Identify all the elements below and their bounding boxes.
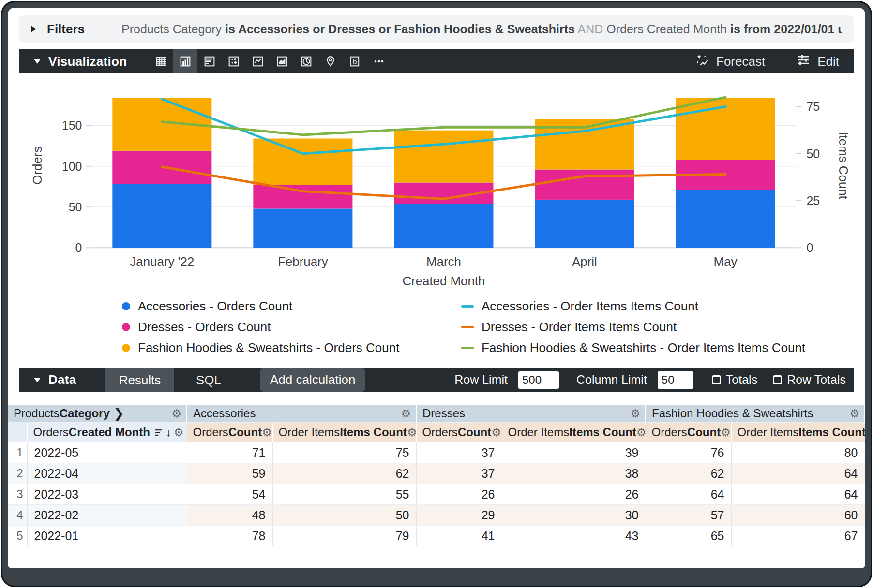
- cell-value[interactable]: 60: [731, 505, 865, 526]
- header-group-accessories[interactable]: Accessories⚙: [187, 405, 416, 423]
- data-collapse-icon[interactable]: [34, 378, 41, 382]
- combo-chart[interactable]: 0501001500255075January '22FebruaryMarch…: [19, 74, 854, 296]
- cell-value[interactable]: 62: [272, 463, 416, 484]
- legend-label: Dresses - Orders Count: [138, 320, 271, 335]
- area-chart-icon[interactable]: [270, 49, 294, 74]
- row-limit-input[interactable]: [518, 371, 559, 389]
- more-viz-types-icon[interactable]: [367, 49, 391, 74]
- header-accessories-orders-count[interactable]: Orders Count⚙: [187, 423, 272, 442]
- table-row: 5 2022-01 78 79 41 43 65 67: [8, 526, 865, 546]
- cell-value[interactable]: 64: [646, 484, 731, 505]
- chevron-right-icon: ❯: [114, 406, 124, 421]
- cell-value[interactable]: 55: [272, 484, 416, 505]
- cell-value[interactable]: 57: [646, 505, 731, 526]
- line-chart-icon[interactable]: [246, 49, 270, 74]
- gear-icon[interactable]: ⚙: [262, 427, 272, 438]
- gear-icon[interactable]: ⚙: [491, 427, 501, 438]
- legend-item[interactable]: Dresses - Order Items Items Count: [461, 320, 854, 335]
- cell-value[interactable]: 65: [646, 526, 731, 546]
- single-value-icon[interactable]: 6: [343, 49, 367, 74]
- edit-button[interactable]: Edit: [796, 53, 839, 71]
- cell-value[interactable]: 67: [731, 526, 865, 546]
- pie-chart-icon[interactable]: [294, 49, 318, 74]
- filter-summary: Products Category is Accessories or Dres…: [121, 22, 842, 36]
- cell-value[interactable]: 30: [502, 505, 646, 526]
- cell-value[interactable]: 78: [187, 526, 272, 546]
- cell-month[interactable]: 2022-01: [27, 526, 187, 546]
- results-table: Products Category❯⚙ Accessories⚙ Dresses…: [8, 405, 865, 547]
- cell-value[interactable]: 76: [646, 442, 731, 463]
- cell-value[interactable]: 41: [416, 526, 502, 546]
- cell-value[interactable]: 29: [416, 505, 502, 526]
- gear-icon[interactable]: ⚙: [721, 427, 731, 438]
- tab-sql[interactable]: SQL: [174, 368, 243, 392]
- cell-month[interactable]: 2022-02: [27, 505, 187, 526]
- header-orders-created-month[interactable]: Orders Created Month ↓ ⚙: [27, 423, 187, 442]
- header-group-dresses[interactable]: Dresses⚙: [416, 405, 646, 423]
- column-limit-input[interactable]: [658, 371, 693, 389]
- cell-value[interactable]: 50: [272, 505, 416, 526]
- header-fashion-items-count[interactable]: Order Items Items Count⚙: [731, 423, 865, 442]
- cell-value[interactable]: 79: [272, 526, 416, 546]
- legend-item[interactable]: Fashion Hoodies & Sweatshirts - Orders C…: [122, 340, 403, 355]
- table-chart-icon[interactable]: [149, 49, 173, 74]
- filters-expand-icon[interactable]: [31, 26, 36, 32]
- legend-item[interactable]: Fashion Hoodies & Sweatshirts - Order It…: [461, 340, 854, 355]
- cell-value[interactable]: 37: [416, 463, 502, 484]
- legend-item[interactable]: Accessories - Orders Count: [122, 299, 403, 314]
- cell-value[interactable]: 39: [502, 442, 646, 463]
- add-calculation-button[interactable]: Add calculation: [260, 368, 365, 392]
- visualization-title: Visualization: [48, 54, 127, 69]
- header-accessories-items-count[interactable]: Order Items Items Count⚙: [272, 423, 416, 442]
- svg-text:February: February: [278, 255, 328, 268]
- cell-value[interactable]: 64: [731, 463, 865, 484]
- cell-value[interactable]: 26: [416, 484, 502, 505]
- tab-results[interactable]: Results: [105, 368, 174, 392]
- legend-swatch-dresses-items: [461, 326, 474, 328]
- cell-value[interactable]: 43: [502, 526, 646, 546]
- cell-month[interactable]: 2022-04: [27, 463, 187, 484]
- legend-item[interactable]: Dresses - Orders Count: [122, 320, 403, 335]
- cell-value[interactable]: 80: [731, 442, 865, 463]
- header-products-category[interactable]: Products Category❯⚙: [8, 405, 187, 423]
- visualization-collapse-icon[interactable]: [34, 59, 41, 64]
- legend-item[interactable]: Accessories - Order Items Items Count: [461, 299, 854, 314]
- row-totals-checkbox[interactable]: [773, 375, 782, 384]
- totals-checkbox[interactable]: [712, 375, 721, 384]
- cell-value[interactable]: 37: [416, 442, 502, 463]
- gear-icon[interactable]: ⚙: [401, 408, 411, 419]
- cell-value[interactable]: 54: [187, 484, 272, 505]
- filters-bar[interactable]: Filters Products Category is Accessories…: [19, 15, 854, 43]
- cell-value[interactable]: 48: [187, 505, 272, 526]
- forecast-button[interactable]: Forecast: [695, 53, 765, 71]
- table-row: 2 2022-04 59 62 37 38 62 64: [8, 463, 865, 484]
- table-row: 4 2022-02 48 50 29 30 57 60: [8, 505, 865, 526]
- column-chart-icon[interactable]: [173, 49, 197, 74]
- header-group-fashion[interactable]: Fashion Hoodies & Sweatshirts⚙: [646, 405, 865, 423]
- map-pin-icon[interactable]: [318, 49, 343, 74]
- header-fashion-orders-count[interactable]: Orders Count⚙: [646, 423, 731, 442]
- cell-month[interactable]: 2022-03: [27, 484, 187, 505]
- filter-value-2: is from 2022/01/01 until 2022/…: [730, 22, 842, 36]
- gear-icon[interactable]: ⚙: [849, 408, 859, 419]
- scatter-chart-icon[interactable]: [222, 49, 246, 74]
- cell-value[interactable]: 38: [502, 463, 646, 484]
- cell-value[interactable]: 62: [646, 463, 731, 484]
- cell-value[interactable]: 64: [731, 484, 865, 505]
- gear-icon[interactable]: ⚙: [636, 427, 646, 438]
- bar-chart-icon[interactable]: [197, 49, 222, 74]
- row-limit-label: Row Limit: [454, 373, 508, 387]
- gear-icon[interactable]: ⚙: [174, 427, 184, 438]
- chart-area[interactable]: 0501001500255075January '22FebruaryMarch…: [19, 74, 854, 296]
- forecast-sparkle-icon: [695, 53, 709, 71]
- header-dresses-orders-count[interactable]: Orders Count⚙: [416, 423, 502, 442]
- cell-value[interactable]: 26: [502, 484, 646, 505]
- gear-icon[interactable]: ⚙: [171, 408, 181, 419]
- cell-value[interactable]: 71: [187, 442, 272, 463]
- header-dresses-items-count[interactable]: Order Items Items Count⚙: [502, 423, 646, 442]
- gear-icon[interactable]: ⚙: [630, 408, 640, 419]
- cell-value[interactable]: 59: [187, 463, 272, 484]
- gear-icon[interactable]: ⚙: [407, 427, 416, 438]
- cell-value[interactable]: 75: [272, 442, 416, 463]
- cell-month[interactable]: 2022-05: [27, 442, 187, 463]
